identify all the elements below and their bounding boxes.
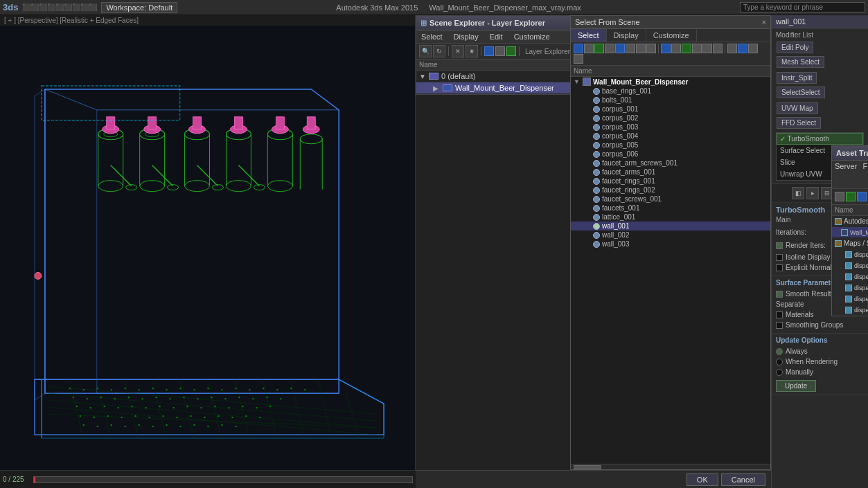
ss-btn18[interactable] (574, 54, 583, 64)
ss-btn17[interactable] (748, 44, 758, 53)
close-select-scene[interactable]: × (762, 18, 766, 26)
at-row-max[interactable]: Wall_Mount_Beer_Dispenser_max_vray.max O… (832, 227, 868, 238)
update-button[interactable]: Update (776, 380, 816, 392)
ss-btn6[interactable] (626, 44, 635, 53)
menu-edit[interactable]: Edit (488, 32, 505, 42)
tab-customize[interactable]: Customize (646, 29, 697, 42)
ss-btn5[interactable] (615, 44, 625, 53)
at-btn2[interactable] (846, 192, 856, 201)
at-row-maps[interactable]: Maps / Shaders (832, 238, 868, 249)
uvw-map-btn[interactable]: UVW Map (777, 102, 818, 114)
tree-faucets[interactable]: faucets_001 (571, 204, 770, 213)
ss-btn11[interactable] (682, 44, 691, 53)
ss-btn8[interactable] (646, 44, 656, 53)
tree-corpus5[interactable]: corpus_005 (571, 141, 770, 150)
ss-btn13[interactable] (702, 44, 712, 53)
tree-corpus2[interactable]: corpus_002 (571, 114, 770, 123)
instr-split-btn[interactable]: Instr_Split (777, 72, 817, 84)
timeline[interactable]: 0 / 225 (0, 470, 416, 488)
ffd-select-btn[interactable]: FFD Select (777, 117, 821, 129)
tree-corpus4[interactable]: corpus_004 (571, 132, 770, 141)
at-row-hgloss[interactable]: dispenser_4_faucet_hglossiness.png Found (832, 282, 868, 293)
ss-btn3[interactable] (594, 44, 604, 53)
tree-wall2[interactable]: wall_002 (571, 231, 770, 240)
mesh-select-btn[interactable]: Mesh Select (777, 56, 824, 68)
at-row-diffuse[interactable]: dispenser_4_faucet_diffuse.png Found (832, 249, 868, 260)
manually-radio[interactable] (776, 369, 783, 376)
ss-btn4[interactable] (605, 44, 614, 53)
menu-customize[interactable]: Customize (512, 32, 552, 42)
tab-display[interactable]: Display (607, 29, 646, 42)
ss-btn16[interactable] (738, 44, 747, 53)
expand-arrow-default[interactable]: ▼ (419, 73, 426, 80)
tree-base-rings[interactable]: base_rings_001 (571, 87, 770, 96)
viewport[interactable]: [ + ] [Perspective] [Realistic + Edged F… (0, 15, 416, 488)
dialog-footer: OK Cancel (416, 470, 771, 488)
search-placeholder[interactable]: Type a keyword or phrase (740, 2, 865, 12)
toolbar-btn3[interactable] (506, 46, 516, 56)
mod-toggle2[interactable]: ▸ (806, 187, 819, 199)
toolbar-btn1[interactable] (484, 46, 494, 56)
tree-corpus1[interactable]: corpus_001 (571, 105, 770, 114)
toolbar-btn2[interactable] (495, 46, 505, 56)
ok-button[interactable]: OK (687, 473, 718, 486)
tree-faucet-arms[interactable]: faucet_arms_001 (571, 168, 770, 177)
expand-arrow-dispenser[interactable]: ▶ (433, 84, 440, 92)
ss-btn14[interactable] (713, 44, 723, 53)
at-btn1[interactable] (835, 192, 844, 201)
tree-faucet-rings2[interactable]: faucet_rings_002 (571, 186, 770, 195)
tree-wall3[interactable]: wall_003 (571, 240, 770, 248)
at-menu-file[interactable]: File (862, 162, 868, 187)
timeline-bar[interactable] (33, 476, 413, 483)
menu-select[interactable]: Select (419, 32, 445, 42)
sep-smooth-check[interactable] (776, 322, 783, 329)
tree-corpus6[interactable]: corpus_006 (571, 150, 770, 159)
sep-mat-check[interactable] (776, 311, 783, 318)
smooth-result-check[interactable] (776, 291, 783, 298)
tree-faucet-arm-screws[interactable]: faucet_arm_screws_001 (571, 159, 770, 168)
tab-select[interactable]: Select (571, 29, 607, 42)
tree-corpus3[interactable]: corpus_003 (571, 123, 770, 132)
toolbar-refresh[interactable]: ↻ (433, 45, 445, 57)
render-iters-check[interactable] (776, 242, 783, 249)
always-radio[interactable] (776, 348, 783, 355)
tree-wall1[interactable]: wall_001 (571, 222, 770, 231)
ss-btn2[interactable] (584, 44, 594, 53)
isoline-check[interactable] (776, 254, 783, 261)
ss-btn12[interactable] (692, 44, 702, 53)
at-btn3[interactable] (857, 192, 867, 201)
expand-root[interactable]: ▼ (574, 78, 581, 85)
turbsmooth-stack-item[interactable]: ✓ TurboSmooth (777, 133, 863, 145)
viewport-canvas[interactable]: Total Polys: 64 512 Verts: 32 476 FPS: 5… (0, 26, 415, 471)
tree-faucet-rings1[interactable]: faucet_rings_001 (571, 177, 770, 186)
tree-faucet-screws[interactable]: faucet_screws_001 (571, 195, 770, 204)
toolbar-search[interactable]: 🔍 (419, 45, 432, 57)
mod-toggle1[interactable]: ◧ (792, 187, 804, 199)
toolbar-delete[interactable]: ✕ (452, 45, 464, 57)
ss-btn9[interactable] (661, 44, 671, 53)
edit-poly-btn[interactable]: Edit Poly (777, 42, 813, 53)
at-row-fresnel[interactable]: dispenser_4_faucet_fresnel.png Found (832, 260, 868, 271)
at-row-reflect[interactable]: dispenser_4_faucet_reflect.png Found (832, 305, 868, 316)
menu-display[interactable]: Display (452, 32, 481, 42)
ss-scrollbar-h[interactable] (571, 464, 770, 469)
tree-root[interactable]: ▼ Wall_Mount_Beer_Dispenser (571, 77, 770, 87)
toolbar-star[interactable]: ★ (466, 45, 478, 57)
explicit-check[interactable] (776, 264, 783, 271)
at-row-gloss[interactable]: dispenser_4_faucet_glossiness.png Found (832, 271, 868, 282)
tree-lattice[interactable]: lattice_001 (571, 213, 770, 222)
tree-bolts[interactable]: bolts_001 (571, 96, 770, 105)
at-row-normal[interactable]: dispenser_4_faucet_normal.png Found (832, 293, 868, 305)
scrollbar-thumb[interactable] (574, 465, 601, 469)
cancel-button[interactable]: Cancel (721, 473, 765, 486)
at-row-vault[interactable]: Autodesk Vault Logged (832, 216, 868, 227)
ss-btn7[interactable] (636, 44, 646, 53)
workspace-label[interactable]: Workspace: Default (101, 2, 177, 13)
ss-btn1[interactable] (574, 44, 583, 53)
at-menu-server[interactable]: Server (835, 162, 857, 187)
when-rendering-radio[interactable] (776, 359, 783, 365)
ss-btn10[interactable] (671, 44, 681, 53)
select-select-btn[interactable]: SelectSelect (777, 87, 825, 98)
ss-btn15[interactable] (727, 44, 737, 53)
select-scene-content[interactable]: ▼ Wall_Mount_Beer_Dispenser base_rings_0… (571, 77, 770, 464)
